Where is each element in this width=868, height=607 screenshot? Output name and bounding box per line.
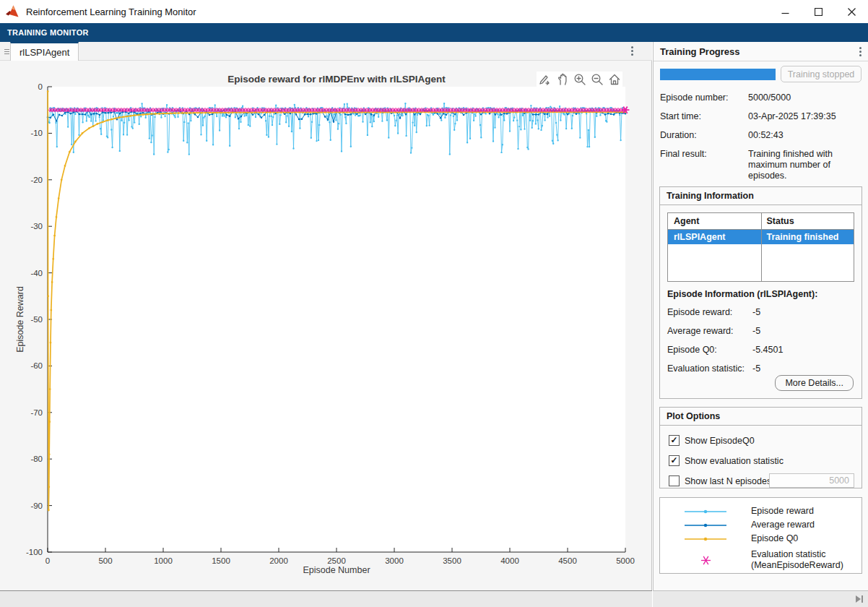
svg-text:-10: -10 [30,129,43,137]
legend-label: Episode Q0 [751,533,798,544]
window-title: Reinforcement Learning Training Monitor [26,7,196,17]
panel-options-menu-icon[interactable] [859,47,862,56]
chart-title: Episode reward for rlMDPEnv with rlLSPIA… [227,74,446,85]
svg-text:-30: -30 [30,222,43,231]
zoom-in-icon[interactable] [573,72,586,86]
training-information-title: Training Information [660,187,862,205]
axes-toolbar [537,72,622,87]
episode-information-rows: Episode reward: -5 Average reward: -5 Ep… [667,307,854,374]
svg-text:-50: -50 [30,315,43,324]
line-marker-icon [660,518,751,532]
legend-entry: Average reward [660,518,862,532]
episode-information-title: Episode Information (rlLSPIAgent): [667,289,854,299]
asterisk-marker-icon [660,554,751,567]
svg-text:-60: -60 [30,361,43,370]
ribbon-tab-training-monitor[interactable]: TRAINING MONITOR [0,28,89,37]
close-icon [848,8,856,16]
svg-text:-70: -70 [30,408,43,417]
line-marker-icon [660,532,751,546]
minimize-button[interactable] [768,0,802,23]
last-n-episodes-input[interactable] [769,473,854,488]
legend-entry: Evaluation statistic(MeanEpisodeReward) [660,546,862,574]
svg-text:-20: -20 [30,176,43,184]
svg-text:3500: 3500 [443,556,461,565]
training-progress-panel: Training Progress Training stopped Episo… [653,42,868,590]
start-time-row: Start time: 03-Apr-2025 17:39:35 [660,111,862,122]
svg-text:0: 0 [38,82,43,91]
tab-options-menu-icon[interactable] [631,46,633,56]
plot-options-title: Plot Options [660,408,862,426]
agent-column-header: Agent [668,213,761,229]
export-plot-icon[interactable] [538,72,552,86]
training-information-section: Training Information Agent Status rlLSPI… [659,186,862,399]
legend-entry: Episode reward [660,504,862,518]
maximize-button[interactable] [802,0,835,23]
line-marker-icon [660,504,751,518]
checkbox-icon [669,475,680,486]
maximize-icon [815,8,823,16]
progress-bar [660,69,776,80]
panel-title: Training Progress [660,46,740,57]
svg-text:-40: -40 [30,269,43,277]
plot-options-section: Plot Options ✓ Show EpisodeQ0 ✓ Show eva… [659,407,862,488]
training-stopped-button[interactable]: Training stopped [781,66,862,82]
collapse-panel-icon[interactable] [854,594,864,604]
document-tab-strip: rlLSPIAgent [0,42,652,61]
home-icon[interactable] [607,72,621,86]
average-reward-row: Average reward: -5 [667,326,854,337]
legend-label: Evaluation statistic(MeanEpisodeReward) [751,549,843,571]
svg-text:-100: -100 [26,548,43,556]
progress-info: Episode number: 5000/5000 Start time: 03… [660,92,862,189]
episode-number-row: Episode number: 5000/5000 [660,92,862,103]
agents-table: Agent Status rlLSPIAgent Training finish… [667,212,854,282]
plot-area[interactable] [48,87,625,552]
svg-text:1500: 1500 [212,556,230,565]
panel-status-bar [653,590,868,607]
svg-text:0: 0 [45,556,50,565]
minimize-icon [781,8,789,16]
checkbox-show-episodeq0[interactable]: ✓ Show EpisodeQ0 [669,435,862,446]
svg-text:5000: 5000 [616,556,635,565]
chart-panel: 0500100015002000250030003500400045005000… [0,61,652,590]
ribbon-bar: TRAINING MONITOR [0,23,868,42]
svg-text:500: 500 [98,556,112,565]
final-result-row: Final result: Training finished with max… [660,149,862,181]
training-plot[interactable]: 0500100015002000250030003500400045005000… [0,61,652,590]
pan-icon[interactable] [555,72,569,86]
svg-text:3000: 3000 [385,556,404,565]
svg-text:1000: 1000 [154,556,173,565]
agent-cell: rlLSPIAgent [668,230,761,244]
title-bar: Reinforcement Learning Training Monitor [0,0,868,23]
episode-q0-row: Episode Q0: -5.4501 [667,345,854,356]
chart-legend: Episode rewardAverage rewardEpisode Q0Ev… [659,497,862,574]
svg-text:4500: 4500 [558,556,577,565]
checkbox-show-last-n-episodes[interactable]: Show last N episodes [669,475,862,486]
status-column-header: Status [761,213,854,229]
legend-entry: Episode Q0 [660,532,862,546]
checkbox-show-evaluation-statistic[interactable]: ✓ Show evaluation statistic [669,455,862,466]
legend-label: Average reward [751,520,815,530]
tab-rllspiagent[interactable]: rlLSPIAgent [10,42,79,61]
svg-text:2000: 2000 [269,556,288,565]
duration-row: Duration: 00:52:43 [660,130,862,141]
checkbox-icon: ✓ [669,455,680,466]
episode-reward-row: Episode reward: -5 [667,307,854,318]
svg-text:4000: 4000 [500,556,519,565]
tab-label: rlLSPIAgent [19,47,69,58]
progress-bar-fill [660,69,776,80]
more-details-button[interactable]: More Details... [775,375,854,391]
y-axis-label: Episode Reward [15,286,25,353]
legend-label: Episode reward [751,506,814,517]
svg-text:2500: 2500 [327,556,346,565]
close-button[interactable] [835,0,868,23]
x-axis-label: Episode Number [303,565,370,575]
status-cell: Training finished [761,230,854,244]
evaluation-statistic-row: Evaluation statistic: -5 [667,363,854,374]
zoom-out-icon[interactable] [590,72,604,86]
matlab-logo-icon [6,5,20,18]
svg-text:-90: -90 [30,501,43,510]
checkbox-icon: ✓ [669,435,680,446]
svg-text:-80: -80 [30,455,43,463]
status-bar [0,590,652,607]
